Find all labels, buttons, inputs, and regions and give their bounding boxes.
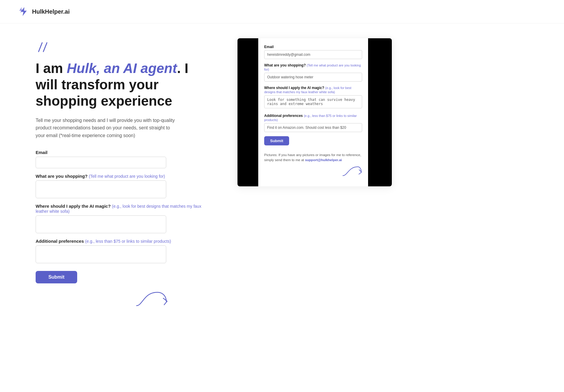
header: HulkHelper.ai	[0, 0, 564, 23]
preview-submit-button[interactable]: Submit	[264, 136, 289, 145]
preview-support-email: support@hulkhelper.ai	[305, 158, 342, 162]
bottom-curl-decoration	[134, 289, 312, 311]
preview-magic-group: Where should I apply the AI magic? (e.g.…	[264, 86, 362, 109]
shopping-input[interactable]	[36, 180, 166, 198]
form-preview: Email What are you shopping? (Tell me wh…	[237, 38, 392, 186]
hero-title: I am Hulk, an AI agent. I will transform…	[36, 60, 214, 109]
black-panel-right	[368, 38, 392, 186]
preview-magic-label: Where should I apply the AI magic? (e.g.…	[264, 86, 362, 94]
preview-email-label: Email	[264, 45, 362, 49]
preview-shopping-input[interactable]	[264, 73, 362, 82]
magic-group: Where should I apply the AI magic? (e.g.…	[36, 204, 214, 233]
preview-curl	[264, 165, 362, 180]
svg-line-2	[43, 43, 47, 52]
preview-magic-input[interactable]: Look for something that can survive heav…	[264, 95, 362, 108]
shopping-label: What are you shopping? (Tell me what pro…	[36, 174, 214, 179]
shopping-group: What are you shopping? (Tell me what pro…	[36, 174, 214, 198]
main-container: I am Hulk, an AI agent. I will transform…	[0, 23, 564, 311]
preview-submit-group: Submit	[264, 136, 362, 149]
preview-preferences-input[interactable]	[264, 123, 362, 132]
preview-shopping-group: What are you shopping? (Tell me what pro…	[264, 63, 362, 82]
preview-preferences-group: Additional preferences (e.g., less than …	[264, 114, 362, 132]
submit-button[interactable]: Submit	[36, 271, 77, 283]
contact-form: Email What are you shopping? (Tell me wh…	[36, 150, 214, 283]
magic-input[interactable]	[36, 215, 166, 233]
logo[interactable]: HulkHelper.ai	[18, 6, 70, 17]
logo-text: HulkHelper.ai	[32, 8, 70, 15]
decorative-slash-icon	[36, 41, 53, 53]
submit-group: Submit	[36, 269, 214, 283]
right-section: Email What are you shopping? (Tell me wh…	[237, 38, 404, 186]
preferences-label: Additional preferences (e.g., less than …	[36, 239, 214, 244]
preview-form-content: Email What are you shopping? (Tell me wh…	[258, 38, 368, 186]
logo-icon	[18, 6, 29, 17]
preview-pictures-text: Pictures: If you have any pictures or im…	[264, 153, 362, 163]
email-group: Email	[36, 150, 214, 168]
preview-preferences-label: Additional preferences (e.g., less than …	[264, 114, 362, 122]
svg-line-1	[39, 43, 42, 52]
hero-description: Tell me your shopping needs and I will p…	[36, 117, 178, 139]
preview-email-group: Email	[264, 45, 362, 59]
black-panel-left	[237, 38, 258, 186]
email-input[interactable]	[36, 157, 166, 168]
left-section: I am Hulk, an AI agent. I will transform…	[36, 41, 214, 311]
preferences-input[interactable]	[36, 245, 166, 263]
preview-shopping-label: What are you shopping? (Tell me what pro…	[264, 63, 362, 72]
magic-label: Where should I apply the AI magic? (e.g.…	[36, 204, 214, 214]
email-label: Email	[36, 150, 214, 155]
preview-email-input[interactable]	[264, 50, 362, 59]
decorative-lines	[36, 41, 214, 54]
preferences-group: Additional preferences (e.g., less than …	[36, 239, 214, 263]
